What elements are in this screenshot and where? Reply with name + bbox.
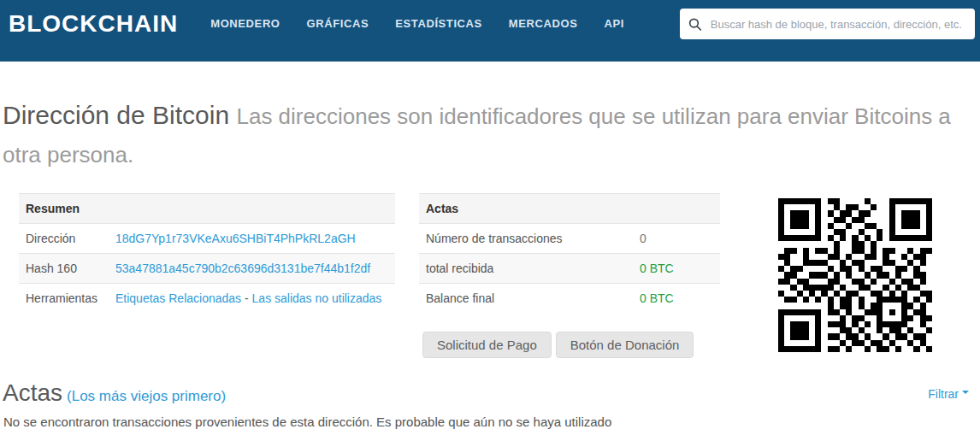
tools-separator: - [241,291,251,305]
address-qr-code [778,198,932,352]
nav-item-mercados[interactable]: MERCADOS [509,9,578,39]
address-label: Dirección [19,224,109,254]
transactions-heading: Actas [3,379,62,406]
summary-panel: Resumen Dirección 18dG7Yp1r73VKeAxu6SHBi… [19,193,395,313]
donation-button[interactable]: Botón de Donación [556,332,694,358]
address-link[interactable]: 18dG7Yp1r73VKeAxu6SHBiT4PhPkRL2aGH [115,232,356,245]
action-buttons: Solicitud de Pago Botón de Donación [422,332,720,358]
page-title: Dirección de Bitcoin Las direcciones son… [3,96,966,173]
total-received-value: 0 BTC [633,254,720,284]
oldest-first-link[interactable]: (Los más viejos primero) [67,388,226,404]
summary-table-header: Resumen [19,194,395,224]
hash160-label: Hash 160 [19,254,109,284]
main-nav: MONEDERO GRÁFICAS ESTADÍSTICAS MERCADOS … [210,9,624,39]
transactions-summary-table: Actas Número de transacciones 0 total re… [419,193,720,313]
tx-count-label: Número de transacciones [419,224,633,254]
total-received-label: total recibida [419,254,633,284]
empty-transactions-message: No se encontraron transacciones provenie… [3,414,980,429]
search-box [680,9,975,39]
main-content: Dirección de Bitcoin Las direcciones son… [0,96,980,429]
related-tags-link[interactable]: Etiquetas Relacionadas [115,291,241,305]
transactions-table-header: Actas [419,194,720,224]
table-row: total recibida 0 BTC [419,254,720,284]
transactions-section: Actas(Los más viejos primero) Filtrar No… [3,379,980,429]
final-balance-label: Balance final [419,284,633,314]
filter-label: Filtrar [928,387,959,401]
filter-dropdown[interactable]: Filtrar [928,387,969,401]
chevron-down-icon [962,391,969,397]
transactions-summary-panel: Actas Número de transacciones 0 total re… [419,193,720,358]
address-panels: Resumen Dirección 18dG7Yp1r73VKeAxu6SHBi… [19,193,980,358]
table-row: Balance final 0 BTC [419,284,720,314]
payment-request-button[interactable]: Solicitud de Pago [422,332,552,358]
summary-table: Resumen Dirección 18dG7Yp1r73VKeAxu6SHBi… [19,193,395,313]
final-balance-value: 0 BTC [633,284,720,314]
table-row: Herramientas Etiquetas Relacionadas - La… [19,284,395,314]
nav-item-graficas[interactable]: GRÁFICAS [307,9,369,39]
blockchain-logo[interactable]: BLOCKCHAIN [9,9,178,39]
hash160-link[interactable]: 53a47881a45c790b2c63696d3131be7f44b1f2df [115,262,370,275]
tools-label: Herramientas [19,284,109,314]
nav-item-api[interactable]: API [605,9,624,39]
nav-item-estadisticas[interactable]: ESTADÍSTICAS [395,9,482,39]
page-title-text: Dirección de Bitcoin [3,101,229,129]
search-icon [688,17,702,32]
tx-count-value: 0 [633,224,720,254]
search-input[interactable] [709,17,968,32]
qr-code-wrap [778,198,932,352]
table-row: Dirección 18dG7Yp1r73VKeAxu6SHBiT4PhPkRL… [19,224,395,254]
table-row: Hash 160 53a47881a45c790b2c63696d3131be7… [19,254,395,284]
unspent-outputs-link[interactable]: Las salidas no utilizadas [252,291,382,305]
top-navbar: BLOCKCHAIN MONEDERO GRÁFICAS ESTADÍSTICA… [0,0,980,62]
nav-item-monedero[interactable]: MONEDERO [210,9,280,39]
table-row: Número de transacciones 0 [419,224,720,254]
